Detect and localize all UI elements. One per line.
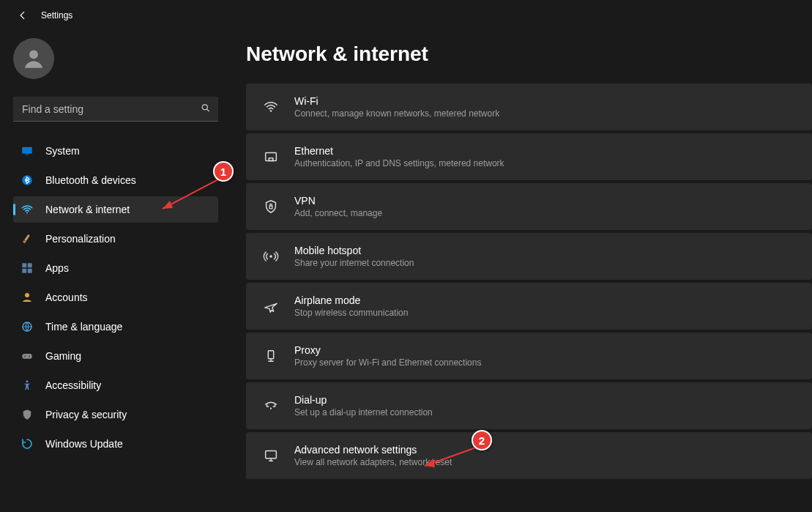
sidebar-item-accounts[interactable]: Accounts bbox=[13, 284, 218, 311]
sidebar-item-privacy[interactable]: Privacy & security bbox=[13, 401, 218, 428]
card-advanced-network[interactable]: Advanced network settings View all netwo… bbox=[246, 432, 812, 479]
sidebar-item-system[interactable]: System bbox=[13, 138, 218, 164]
svg-point-17 bbox=[270, 110, 272, 111]
settings-card-list: Wi-Fi Connect, manage known networks, me… bbox=[246, 84, 812, 479]
svg-point-15 bbox=[29, 355, 30, 357]
wifi-icon bbox=[21, 203, 34, 216]
svg-line-2 bbox=[207, 109, 209, 111]
card-subtitle: Proxy server for Wi-Fi and Ethernet conn… bbox=[294, 357, 481, 368]
svg-rect-10 bbox=[28, 269, 32, 273]
svg-marker-28 bbox=[425, 459, 435, 467]
annotation-arrow-2 bbox=[416, 444, 482, 473]
accessibility-icon bbox=[21, 379, 34, 392]
sidebar-item-label: Bluetooth & devices bbox=[45, 174, 136, 186]
search-input[interactable] bbox=[13, 97, 218, 122]
globe-icon bbox=[21, 320, 34, 333]
card-subtitle: Stop wireless communication bbox=[294, 308, 408, 318]
annotation-arrow-1 bbox=[154, 176, 223, 216]
svg-rect-3 bbox=[22, 147, 32, 154]
sidebar-item-label: Network & internet bbox=[45, 204, 130, 215]
svg-rect-9 bbox=[22, 269, 26, 273]
dialup-icon bbox=[262, 398, 280, 414]
card-airplane-mode[interactable]: Airplane mode Stop wireless communicatio… bbox=[246, 283, 812, 330]
sidebar-item-windows-update[interactable]: Windows Update bbox=[13, 431, 218, 457]
svg-rect-4 bbox=[26, 155, 29, 155]
svg-rect-19 bbox=[269, 158, 273, 161]
page-title: Network & internet bbox=[246, 42, 812, 66]
card-wifi[interactable]: Wi-Fi Connect, manage known networks, me… bbox=[246, 84, 812, 130]
card-title: Mobile hotspot bbox=[294, 245, 414, 256]
ethernet-icon bbox=[262, 149, 280, 165]
card-subtitle: Authentication, IP and DNS settings, met… bbox=[294, 158, 504, 168]
card-title: Wi-Fi bbox=[294, 95, 499, 107]
sidebar-item-accessibility[interactable]: Accessibility bbox=[13, 372, 218, 398]
sidebar: System Bluetooth & devices Network & int… bbox=[0, 25, 220, 512]
card-mobile-hotspot[interactable]: Mobile hotspot Share your internet conne… bbox=[246, 233, 812, 280]
app-title: Settings bbox=[41, 10, 72, 21]
svg-point-0 bbox=[29, 50, 38, 59]
title-bar: Settings bbox=[0, 0, 812, 25]
svg-rect-8 bbox=[28, 263, 32, 267]
svg-marker-26 bbox=[163, 201, 173, 209]
hotspot-icon bbox=[262, 248, 280, 264]
card-proxy[interactable]: Proxy Proxy server for Wi-Fi and Etherne… bbox=[246, 333, 812, 379]
sidebar-item-gaming[interactable]: Gaming bbox=[13, 343, 218, 369]
shield-lock-icon bbox=[262, 199, 280, 215]
sidebar-item-personalization[interactable]: Personalization bbox=[13, 226, 218, 252]
card-vpn[interactable]: VPN Add, connect, manage bbox=[246, 183, 812, 230]
card-subtitle: Set up a dial-up internet connection bbox=[294, 407, 433, 418]
airplane-icon bbox=[262, 298, 280, 314]
shield-icon bbox=[21, 408, 34, 421]
back-arrow-icon bbox=[18, 10, 28, 21]
svg-rect-7 bbox=[22, 263, 26, 267]
svg-rect-20 bbox=[269, 206, 272, 209]
sidebar-item-label: System bbox=[45, 145, 80, 157]
card-title: Airplane mode bbox=[294, 294, 408, 306]
svg-point-23 bbox=[270, 408, 272, 409]
back-button[interactable] bbox=[18, 10, 28, 21]
monitor-icon bbox=[262, 448, 280, 464]
card-title: Proxy bbox=[294, 344, 481, 356]
sidebar-item-apps[interactable]: Apps bbox=[13, 255, 218, 281]
card-title: VPN bbox=[294, 195, 382, 207]
sidebar-item-label: Privacy & security bbox=[45, 409, 127, 420]
wifi-icon bbox=[262, 99, 280, 115]
sidebar-item-label: Accessibility bbox=[45, 379, 101, 391]
sidebar-item-label: Apps bbox=[45, 262, 69, 274]
annotation-marker-1: 1 bbox=[213, 161, 234, 182]
card-ethernet[interactable]: Ethernet Authentication, IP and DNS sett… bbox=[246, 133, 812, 180]
main-content: Network & internet Wi-Fi Connect, manage… bbox=[220, 25, 812, 512]
card-subtitle: Connect, manage known networks, metered … bbox=[294, 108, 499, 119]
bluetooth-icon bbox=[21, 174, 34, 187]
user-avatar[interactable] bbox=[13, 38, 54, 79]
proxy-icon bbox=[262, 348, 280, 364]
svg-point-6 bbox=[26, 212, 28, 213]
annotation-marker-2: 2 bbox=[472, 430, 492, 450]
svg-point-14 bbox=[24, 355, 26, 357]
paintbrush-icon bbox=[21, 232, 34, 245]
sidebar-item-label: Gaming bbox=[45, 350, 81, 362]
svg-rect-18 bbox=[266, 153, 277, 161]
card-subtitle: Share your internet connection bbox=[294, 258, 414, 268]
sidebar-item-label: Accounts bbox=[45, 292, 88, 303]
person-icon bbox=[21, 46, 46, 71]
svg-rect-24 bbox=[266, 451, 277, 459]
gamepad-icon bbox=[21, 349, 34, 363]
card-title: Ethernet bbox=[294, 145, 504, 157]
apps-icon bbox=[21, 261, 34, 275]
search-box[interactable] bbox=[13, 97, 218, 122]
person-icon bbox=[21, 291, 34, 304]
update-icon bbox=[21, 437, 34, 450]
svg-rect-13 bbox=[22, 354, 32, 359]
sidebar-item-label: Time & language bbox=[45, 321, 122, 333]
display-icon bbox=[21, 144, 34, 157]
sidebar-item-time-language[interactable]: Time & language bbox=[13, 313, 218, 340]
card-dial-up[interactable]: Dial-up Set up a dial-up internet connec… bbox=[246, 382, 812, 429]
sidebar-item-label: Personalization bbox=[45, 233, 116, 245]
card-subtitle: Add, connect, manage bbox=[294, 208, 382, 218]
svg-point-11 bbox=[25, 293, 29, 297]
svg-point-21 bbox=[269, 255, 272, 258]
search-icon bbox=[201, 103, 211, 116]
svg-point-16 bbox=[26, 380, 29, 382]
svg-point-1 bbox=[202, 105, 207, 110]
